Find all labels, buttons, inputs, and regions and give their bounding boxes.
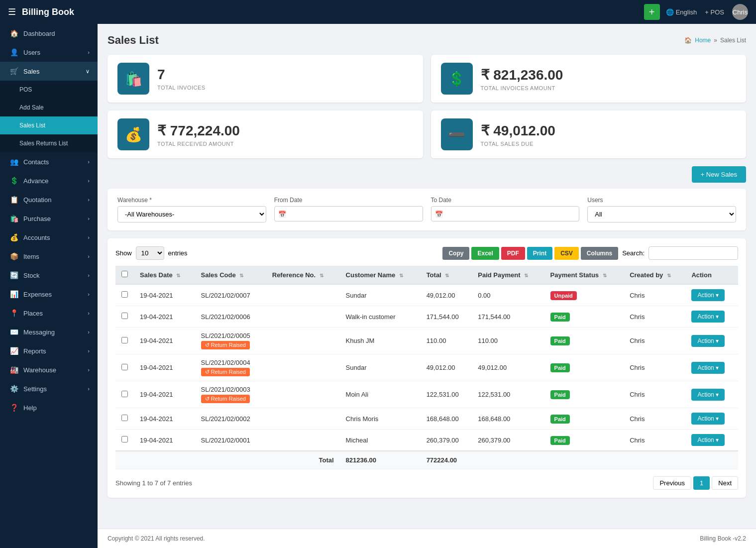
row-customer: Moin Ali [340,381,421,408]
sidebar-item-warehouse[interactable]: 🏭 Warehouse › [0,360,98,379]
chevron-right-icon3: › [88,178,90,184]
print-button[interactable]: Print [527,247,552,260]
total-invoices-value: 7 [157,67,206,83]
warehouse-select[interactable]: -All Warehouses- [117,206,266,222]
row-status: Paid [544,408,624,430]
stat-card-due: ➖ ₹ 49,012.00 TOTAL SALES DUE [431,110,747,158]
return-raised-badge: ↺ Return Raised [201,368,250,376]
excel-button[interactable]: Excel [471,247,499,260]
row-checkbox-1[interactable] [121,313,128,319]
to-date-label: To Date [431,197,580,204]
row-checkbox-cell [115,354,134,381]
row-checkbox-2[interactable] [121,337,128,343]
to-date-input[interactable] [431,206,580,221]
pos-link[interactable]: + POS [705,8,724,16]
sidebar-item-users[interactable]: 👤 Users › [0,43,98,62]
sidebar-item-reports[interactable]: 📈 Reports › [0,341,98,360]
user-avatar[interactable]: Chris [732,4,748,20]
action-button-4[interactable]: Action ▾ [691,389,725,401]
footer-version: Billing Book -v2.2 [700,535,746,542]
row-checkbox-0[interactable] [121,291,128,298]
next-page-button[interactable]: Next [712,476,738,490]
columns-button[interactable]: Columns [581,247,618,260]
sidebar-item-accounts[interactable]: 💰 Accounts › [0,228,98,247]
page-header: Sales List 🏠 Home » Sales List [108,34,746,47]
hamburger-menu[interactable]: ☰ [8,6,16,17]
sidebar-item-advance[interactable]: 💲 Advance › [0,171,98,190]
users-select[interactable]: All [587,206,736,222]
row-total: 171,544.00 [421,306,472,328]
header-payment-status[interactable]: Payment Status ⇅ [544,266,624,284]
received-value: ₹ 772,224.00 [157,122,240,139]
sidebar-item-stock[interactable]: 🔄 Stock › [0,266,98,285]
row-paid: 49,012.00 [472,354,544,381]
header-customer-name[interactable]: Customer Name ⇅ [340,266,421,284]
header-sales-code[interactable]: Sales Code ⇅ [195,266,266,284]
sidebar-item-contacts[interactable]: 👥 Contacts › [0,152,98,171]
sidebar-item-help[interactable]: ❓ Help [0,398,98,417]
entries-select[interactable]: 10 25 50 100 [136,246,164,260]
row-checkbox-3[interactable] [121,364,128,370]
warehouse-filter: Warehouse * -All Warehouses- [117,197,266,222]
payment-status-badge: Paid [550,363,570,372]
action-button-6[interactable]: Action ▾ [691,434,725,446]
chevron-right-icon: › [88,49,90,55]
csv-button[interactable]: CSV [554,247,579,260]
row-action-cell: Action ▾ [685,306,738,328]
header-total[interactable]: Total ⇅ [421,266,472,284]
sales-submenu: POS Add Sale Sales List Sales Returns Li… [0,81,98,152]
action-button-0[interactable]: Action ▾ [691,289,725,301]
stat-card-total-invoices: 🛍️ 7 TOTAL INVOICES [108,55,423,103]
language-selector[interactable]: 🌐 English [666,8,697,16]
sidebar-item-sales[interactable]: 🛒 Sales ∨ [0,62,98,81]
action-button-1[interactable]: Action ▾ [691,311,725,323]
sidebar-item-add-sale[interactable]: Add Sale [0,99,98,116]
help-icon: ❓ [9,404,18,412]
page-1-button[interactable]: 1 [693,476,710,490]
chevron-right-icon12: › [88,348,90,354]
row-paid: 0.00 [472,284,544,306]
copy-button[interactable]: Copy [442,247,469,260]
sidebar-item-expenses[interactable]: 📊 Expenses › [0,285,98,304]
calendar-icon2: 📅 [435,210,443,218]
row-checkbox-5[interactable] [121,415,128,421]
breadcrumb-home-icon: 🏠 [684,37,692,44]
from-date-input[interactable] [274,206,423,221]
header-sales-date[interactable]: Sales Date ⇅ [134,266,195,284]
header-paid-payment[interactable]: Paid Payment ⇅ [472,266,544,284]
row-checkbox-4[interactable] [121,391,128,397]
prev-page-button[interactable]: Previous [653,476,691,490]
top-nav-right: 🌐 English + POS Chris [666,4,748,20]
row-checkbox-cell [115,430,134,451]
stock-icon: 🔄 [9,271,18,279]
sidebar-item-places[interactable]: 📍 Places › [0,304,98,323]
action-button-3[interactable]: Action ▾ [691,362,725,374]
sidebar-item-pos[interactable]: POS [0,81,98,99]
row-created-by: Chris [624,408,685,430]
select-all-checkbox[interactable] [121,271,128,277]
add-button[interactable]: + [644,4,660,20]
sidebar-item-sales-returns[interactable]: Sales Returns List [0,134,98,152]
sidebar-item-purchase[interactable]: 🛍️ Purchase › [0,209,98,228]
sidebar-item-messaging[interactable]: ✉️ Messaging › [0,323,98,341]
sidebar-item-dashboard[interactable]: 🏠 Dashboard [0,24,98,43]
sidebar-item-settings[interactable]: ⚙️ Settings › [0,379,98,398]
breadcrumb-home-link[interactable]: Home [695,37,711,44]
sidebar-item-quotation[interactable]: 📋 Quotation › [0,190,98,209]
action-button-2[interactable]: Action ▾ [691,335,725,347]
header-reference-no[interactable]: Reference No. ⇅ [266,266,340,284]
search-input[interactable] [648,246,738,260]
sidebar-item-sales-list[interactable]: Sales List [0,116,98,134]
pdf-button[interactable]: PDF [501,247,525,260]
action-button-5[interactable]: Action ▾ [691,413,725,425]
new-sales-button[interactable]: + New Sales [692,166,746,183]
header-created-by[interactable]: Created by ⇅ [624,266,685,284]
row-checkbox-6[interactable] [121,436,128,442]
chevron-right-icon7: › [88,253,90,259]
row-total: 110.00 [421,328,472,354]
breadcrumb-separator: » [714,37,717,44]
row-reference [266,284,340,306]
sidebar-item-items[interactable]: 📦 Items › [0,247,98,266]
items-icon: 📦 [9,252,18,260]
header-checkbox-col [115,266,134,284]
